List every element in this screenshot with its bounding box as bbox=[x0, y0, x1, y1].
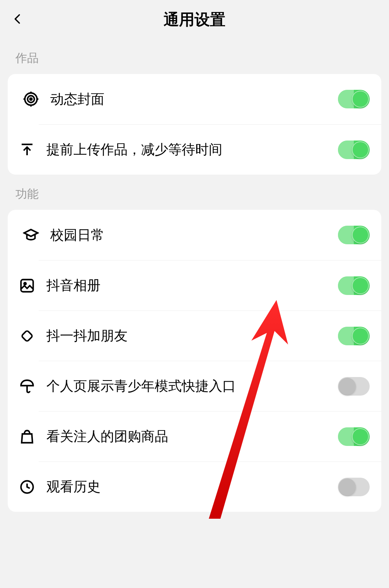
page-title: 通用设置 bbox=[12, 9, 377, 30]
toggle-followed-groupbuy[interactable] bbox=[338, 427, 370, 446]
row-dynamic-cover: 动态封面 bbox=[8, 74, 381, 124]
row-shake-friends: 抖一抖加朋友 bbox=[39, 310, 381, 361]
row-watch-history: 观看历史 bbox=[39, 461, 381, 512]
image-icon bbox=[15, 278, 39, 294]
row-label: 个人页展示青少年模式快捷入口 bbox=[46, 377, 338, 395]
row-douyin-album: 抖音相册 bbox=[39, 260, 381, 310]
svg-point-2 bbox=[30, 98, 32, 100]
row-label: 提前上传作品，减少等待时间 bbox=[46, 141, 338, 159]
features-card: 校园日常 抖音相册 抖一抖加朋友 个人页展示青少年模式快捷入口 看关注人的团购商… bbox=[8, 210, 381, 512]
row-label: 看关注人的团购商品 bbox=[46, 427, 338, 446]
target-icon bbox=[19, 91, 43, 107]
row-pre-upload: 提前上传作品，减少等待时间 bbox=[39, 124, 381, 175]
toggle-watch-history[interactable] bbox=[338, 478, 370, 496]
row-label: 动态封面 bbox=[50, 90, 338, 108]
works-card: 动态封面 提前上传作品，减少等待时间 bbox=[8, 74, 381, 175]
row-label: 抖一抖加朋友 bbox=[46, 327, 338, 345]
toggle-teen-shortcut[interactable] bbox=[338, 377, 370, 396]
umbrella-icon bbox=[15, 378, 39, 394]
row-campus-daily: 校园日常 bbox=[8, 210, 381, 260]
toggle-douyin-album[interactable] bbox=[338, 276, 370, 295]
graduation-cap-icon bbox=[19, 227, 43, 243]
bag-icon bbox=[15, 429, 39, 445]
svg-rect-8 bbox=[21, 279, 33, 292]
toggle-campus-daily[interactable] bbox=[338, 226, 370, 244]
shake-icon bbox=[15, 328, 39, 344]
row-teen-shortcut: 个人页展示青少年模式快捷入口 bbox=[39, 361, 381, 411]
svg-rect-10 bbox=[21, 330, 33, 342]
toggle-pre-upload[interactable] bbox=[338, 141, 370, 159]
section-label-features: 功能 bbox=[0, 175, 389, 210]
section-label-works: 作品 bbox=[0, 39, 389, 74]
toggle-shake-friends[interactable] bbox=[338, 327, 370, 345]
row-label: 校园日常 bbox=[50, 226, 338, 244]
upload-icon bbox=[15, 142, 39, 158]
row-label: 抖音相册 bbox=[46, 276, 338, 295]
svg-point-9 bbox=[24, 283, 26, 285]
back-button[interactable] bbox=[12, 10, 24, 29]
clock-icon bbox=[15, 479, 39, 495]
toggle-dynamic-cover[interactable] bbox=[338, 90, 370, 108]
row-label: 观看历史 bbox=[46, 478, 338, 496]
header: 通用设置 bbox=[0, 0, 389, 39]
row-followed-groupbuy: 看关注人的团购商品 bbox=[39, 411, 381, 461]
